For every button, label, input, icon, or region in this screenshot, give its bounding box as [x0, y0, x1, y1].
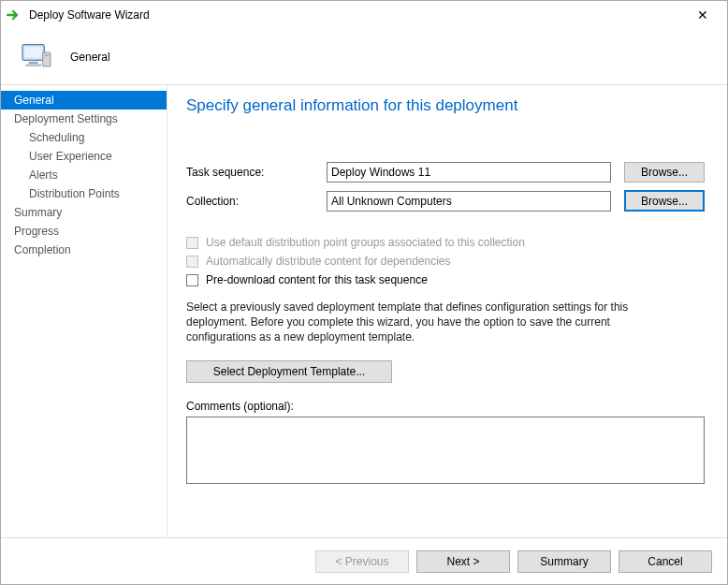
checkbox-auto-distribute: Automatically distribute content for dep… [186, 255, 705, 268]
svg-rect-3 [25, 64, 41, 66]
checkbox-icon [186, 274, 198, 286]
sidebar-item-summary[interactable]: Summary [1, 203, 167, 222]
checkbox-predownload[interactable]: Pre-download content for this task seque… [186, 273, 705, 286]
header-band: General [1, 29, 727, 85]
template-help-text: Select a previously saved deployment tem… [186, 300, 682, 345]
main-panel: Specify general information for this dep… [167, 85, 727, 537]
checkbox-label: Pre-download content for this task seque… [206, 273, 428, 286]
sidebar-item-distribution-points[interactable]: Distribution Points [1, 184, 167, 203]
cancel-button[interactable]: Cancel [619, 550, 712, 573]
sidebar-item-alerts[interactable]: Alerts [1, 166, 167, 184]
header-page-name: General [70, 51, 110, 64]
sidebar-item-completion[interactable]: Completion [1, 241, 167, 259]
wizard-arrow-icon [7, 8, 23, 22]
sidebar-item-scheduling[interactable]: Scheduling [1, 128, 167, 147]
svg-rect-4 [43, 52, 51, 66]
page-heading: Specify general information for this dep… [186, 96, 705, 115]
titlebar: Deploy Software Wizard ✕ [1, 1, 727, 29]
checkbox-label: Use default distribution point groups as… [206, 236, 525, 249]
checkbox-icon [186, 256, 198, 268]
close-button[interactable]: ✕ [684, 7, 721, 22]
svg-rect-2 [29, 62, 38, 65]
sidebar-item-general[interactable]: General [1, 91, 167, 110]
comments-label: Comments (optional): [186, 400, 705, 413]
sidebar-item-user-experience[interactable]: User Experience [1, 147, 167, 166]
select-deployment-template-button[interactable]: Select Deployment Template... [186, 360, 392, 383]
svg-rect-5 [44, 54, 49, 56]
collection-input[interactable] [327, 191, 611, 212]
sidebar-item-progress[interactable]: Progress [1, 222, 167, 241]
wizard-sidebar: General Deployment Settings Scheduling U… [1, 85, 167, 537]
next-button[interactable]: Next > [416, 550, 510, 573]
sidebar-item-deployment-settings[interactable]: Deployment Settings [1, 110, 167, 128]
browse-task-sequence-button[interactable]: Browse... [624, 162, 705, 183]
comments-textarea[interactable] [186, 417, 705, 484]
previous-button: < Previous [315, 550, 409, 573]
summary-button[interactable]: Summary [517, 550, 611, 573]
task-sequence-label: Task sequence: [186, 166, 327, 179]
browse-collection-button[interactable]: Browse... [624, 190, 705, 212]
checkbox-label: Automatically distribute content for dep… [206, 255, 451, 268]
collection-label: Collection: [186, 195, 327, 208]
task-sequence-input[interactable] [327, 162, 611, 183]
computer-icon [18, 38, 55, 76]
checkbox-default-dp-groups: Use default distribution point groups as… [186, 236, 705, 249]
window-title: Deploy Software Wizard [29, 8, 684, 22]
wizard-footer: < Previous Next > Summary Cancel [1, 537, 727, 584]
svg-rect-1 [25, 47, 42, 58]
checkbox-icon [186, 237, 198, 249]
